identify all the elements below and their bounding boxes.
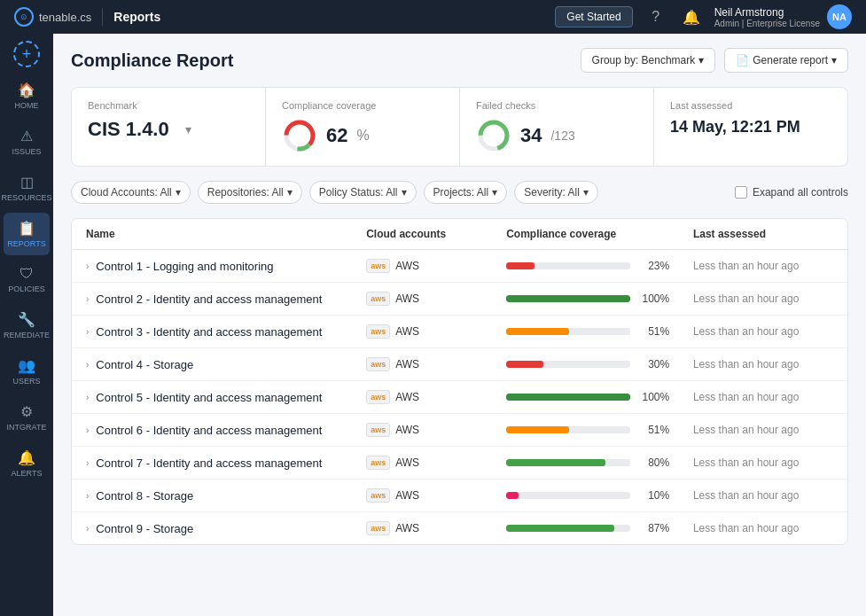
th-assessed: Last assessed xyxy=(693,228,833,240)
expand-all-label: Exapand all controls xyxy=(753,186,848,199)
integrate-icon: ⚙ xyxy=(20,403,33,420)
row-name-5: › Control 6 - Identity and access manage… xyxy=(86,424,366,437)
row-name-4: › Control 5 - Identity and access manage… xyxy=(86,391,366,404)
table-row: › Control 4 - Storage aws AWS 30% Less t… xyxy=(72,348,847,381)
sidebar-item-policies[interactable]: 🛡 POLICIES xyxy=(4,259,50,300)
table-row: › Control 2 - Identity and access manage… xyxy=(72,283,847,316)
sidebar-label-remediate: REMEDIATE xyxy=(4,331,50,339)
generate-label: Generate report xyxy=(753,54,828,66)
compliance-pct: 62 xyxy=(326,124,347,147)
row-expand-3[interactable]: › xyxy=(86,360,89,370)
sidebar-item-alerts[interactable]: 🔔 ALERTS xyxy=(4,442,50,485)
home-icon: 🏠 xyxy=(18,82,35,98)
expand-all-checkbox[interactable] xyxy=(735,186,747,199)
sidebar-label-resources: RESOURCES xyxy=(2,193,52,202)
bar-track-3 xyxy=(506,361,630,368)
row-name-2: › Control 3 - Identity and access manage… xyxy=(86,325,366,339)
filter-projects[interactable]: Projects: All ▾ xyxy=(424,181,508,204)
bar-track-4 xyxy=(506,394,630,401)
benchmark-label: Benchmark xyxy=(88,100,249,111)
row-expand-4[interactable]: › xyxy=(86,393,89,402)
bar-track-2 xyxy=(506,328,630,335)
aws-badge-6: aws xyxy=(366,456,390,470)
row-coverage-6: 80% xyxy=(506,456,693,469)
top-nav: ⊙ tenable.cs Reports Get Started ? 🔔 Nei… xyxy=(0,0,866,34)
nav-divider xyxy=(102,8,103,26)
aws-badge-1: aws xyxy=(366,292,390,306)
sidebar-item-home[interactable]: 🏠 HOME xyxy=(4,74,50,117)
filters-bar: Cloud Accounts: All ▾ Repositories: All … xyxy=(71,181,848,204)
bar-fill-4 xyxy=(506,394,630,401)
nav-title: Reports xyxy=(113,10,160,24)
table-row: › Control 9 - Storage aws AWS 87% Less t… xyxy=(72,512,847,544)
failed-total: /123 xyxy=(550,129,574,143)
filter-severity[interactable]: Severity: All ▾ xyxy=(514,181,598,204)
last-assessed-time: 14 May, 12:21 PM xyxy=(670,118,800,136)
row-expand-1[interactable]: › xyxy=(86,294,89,304)
failed-value: 34 /123 xyxy=(476,118,637,153)
help-icon[interactable]: ? xyxy=(644,4,668,29)
row-assessed-4: Less than an hour ago xyxy=(693,391,833,403)
group-by-button[interactable]: Group by: Benchmark ▾ xyxy=(581,48,716,73)
row-cloud-1: aws AWS xyxy=(366,292,506,306)
pct-label-4: 100% xyxy=(637,391,669,403)
pct-label-1: 100% xyxy=(637,292,669,305)
row-expand-2[interactable]: › xyxy=(86,327,89,337)
row-name-0: › Control 1 - Logging and monitoring xyxy=(86,260,366,273)
users-icon: 👥 xyxy=(18,357,35,374)
table-header: Name Cloud accounts Compliance coverage … xyxy=(72,219,847,250)
row-name-8: › Control 9 - Storage xyxy=(86,522,366,535)
logo-text: tenable.cs xyxy=(39,11,91,24)
row-expand-5[interactable]: › xyxy=(86,425,89,435)
bar-fill-7 xyxy=(506,492,519,499)
row-coverage-4: 100% xyxy=(506,391,693,403)
benchmark-dropdown-icon[interactable]: ▾ xyxy=(185,122,191,136)
sidebar: + 🏠 HOME ⚠ ISSUES ◫ RESOURCES 📋 REPORTS … xyxy=(0,34,53,616)
row-cloud-4: aws AWS xyxy=(366,390,506,404)
row-cloud-7: aws AWS xyxy=(366,488,506,503)
aws-badge-7: aws xyxy=(366,488,390,503)
sidebar-item-reports[interactable]: 📋 REPORTS xyxy=(4,213,50,255)
policies-icon: 🛡 xyxy=(20,266,34,282)
aws-badge-4: aws xyxy=(366,390,390,404)
row-expand-6[interactable]: › xyxy=(86,458,89,468)
get-started-button[interactable]: Get Started xyxy=(555,6,632,27)
header-actions: Group by: Benchmark ▾ 📄 Generate report … xyxy=(581,48,848,73)
bar-fill-0 xyxy=(506,262,534,269)
table-row: › Control 7 - Identity and access manage… xyxy=(72,447,847,480)
th-name: Name xyxy=(86,228,366,240)
expand-all-control[interactable]: Exapand all controls xyxy=(735,186,848,199)
user-role: Admin | Enterprise License xyxy=(714,19,820,28)
row-cloud-6: aws AWS xyxy=(366,456,506,470)
sidebar-item-users[interactable]: 👥 USERS xyxy=(4,350,50,393)
aws-badge-2: aws xyxy=(366,324,390,339)
sidebar-item-resources[interactable]: ◫ RESOURCES xyxy=(4,167,50,209)
table-row: › Control 5 - Identity and access manage… xyxy=(72,381,847,414)
sidebar-item-issues[interactable]: ⚠ ISSUES xyxy=(4,121,50,163)
bar-fill-2 xyxy=(506,328,569,335)
benchmark-value: CIS 1.4.0 ▾ xyxy=(88,118,249,141)
row-expand-8[interactable]: › xyxy=(86,524,89,534)
row-assessed-3: Less than an hour ago xyxy=(693,358,833,370)
row-assessed-0: Less than an hour ago xyxy=(693,260,833,272)
filter-cloud-accounts[interactable]: Cloud Accounts: All ▾ xyxy=(71,181,191,204)
row-expand-0[interactable]: › xyxy=(86,261,89,271)
aws-badge-3: aws xyxy=(366,357,390,371)
page-title: Compliance Report xyxy=(71,51,233,71)
sidebar-item-integrate[interactable]: ⚙ INTGRATE xyxy=(4,396,50,439)
sidebar-label-integrate: INTGRATE xyxy=(7,423,47,432)
bar-track-1 xyxy=(506,295,630,302)
resources-icon: ◫ xyxy=(20,174,34,191)
bar-track-7 xyxy=(506,492,630,499)
sidebar-label-users: USERS xyxy=(12,377,40,386)
generate-report-button[interactable]: 📄 Generate report ▾ xyxy=(724,48,848,73)
row-name-7: › Control 8 - Storage xyxy=(86,489,366,503)
row-expand-7[interactable]: › xyxy=(86,491,89,501)
filter-policy-status[interactable]: Policy Status: All ▾ xyxy=(309,181,417,204)
sidebar-item-remediate[interactable]: 🔧 REMEDIATE xyxy=(4,304,50,347)
row-cloud-8: aws AWS xyxy=(366,521,506,535)
filter-repositories[interactable]: Repositories: All ▾ xyxy=(198,181,302,204)
aws-badge-5: aws xyxy=(366,423,390,437)
notifications-icon[interactable]: 🔔 xyxy=(679,4,704,29)
add-button[interactable]: + xyxy=(13,41,40,67)
